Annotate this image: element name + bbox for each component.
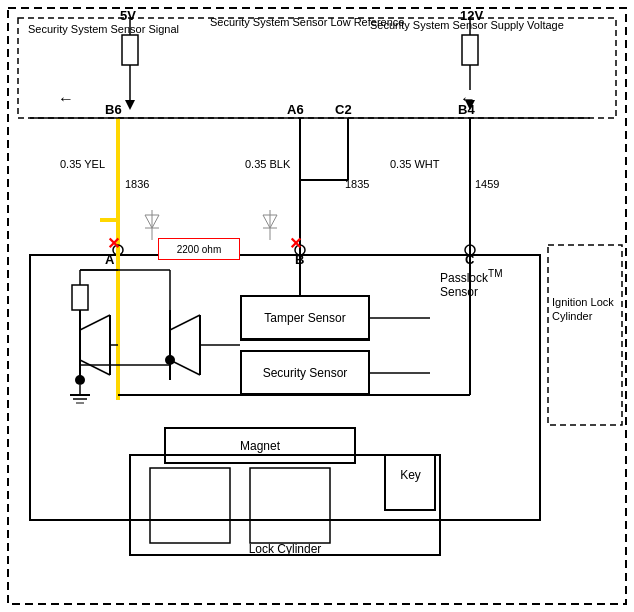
point-c-label: C	[465, 252, 474, 268]
svg-line-50	[170, 315, 200, 330]
connector-break-b: ✕	[289, 234, 302, 253]
connector-b4: B4	[458, 102, 475, 118]
key-label-container: Key	[388, 468, 433, 482]
svg-rect-8	[462, 35, 478, 65]
sensor-signal-label: Security System Sensor Signal	[28, 22, 179, 36]
svg-rect-64	[250, 468, 330, 543]
sensor-supply-label: Security System Sensor Supply Voltage	[370, 18, 564, 32]
lock-cylinder-label: Lock Cylinder	[249, 542, 322, 556]
connector-break-a: ✕	[107, 234, 120, 253]
magnet-label-container: Magnet	[165, 428, 355, 463]
svg-rect-3	[122, 35, 138, 65]
security-sensor-box: Security Sensor	[240, 350, 370, 395]
resistor-2200ohm: 2200 ohm	[158, 238, 240, 260]
svg-rect-65	[548, 245, 622, 425]
wire-wht-label: 0.35 WHT	[390, 158, 440, 171]
svg-rect-63	[150, 468, 230, 543]
svg-rect-46	[72, 285, 88, 310]
tamper-sensor-box: Tamper Sensor	[240, 295, 370, 340]
security-sensor-label: Security Sensor	[263, 366, 348, 380]
connector-a6: A6	[287, 102, 304, 118]
point-a-label: A	[105, 252, 114, 268]
magnet-label: Magnet	[240, 439, 280, 453]
diagram-container: 5V 12V Security System Sensor Signal ← S…	[0, 0, 634, 612]
key-label: Key	[400, 468, 421, 482]
svg-rect-62	[385, 455, 435, 510]
wire-yel-label: 0.35 YEL	[60, 158, 105, 171]
wire-num-wht: 1459	[475, 178, 499, 191]
svg-marker-6	[125, 100, 135, 110]
svg-marker-23	[145, 215, 159, 228]
svg-marker-26	[263, 215, 277, 228]
svg-line-51	[170, 360, 200, 375]
ignition-lock-cylinder-label: Ignition Lock Cylinder	[552, 295, 634, 324]
svg-line-37	[80, 360, 110, 375]
point-b-label: B	[295, 252, 304, 268]
wire-num-blk: 1835	[345, 178, 369, 191]
svg-point-54	[165, 355, 175, 365]
connector-c2: C2	[335, 102, 352, 118]
lock-cylinder-label-container: Lock Cylinder	[130, 542, 440, 556]
passlock-sensor-label: PasslockTMSensor	[440, 268, 502, 300]
svg-line-36	[80, 315, 110, 330]
tamper-sensor-label: Tamper Sensor	[264, 311, 345, 325]
wire-num-yel: 1836	[125, 178, 149, 191]
connector-b6: B6	[105, 102, 122, 118]
svg-point-40	[75, 375, 85, 385]
wire-blk-label: 0.35 BLK	[245, 158, 290, 171]
